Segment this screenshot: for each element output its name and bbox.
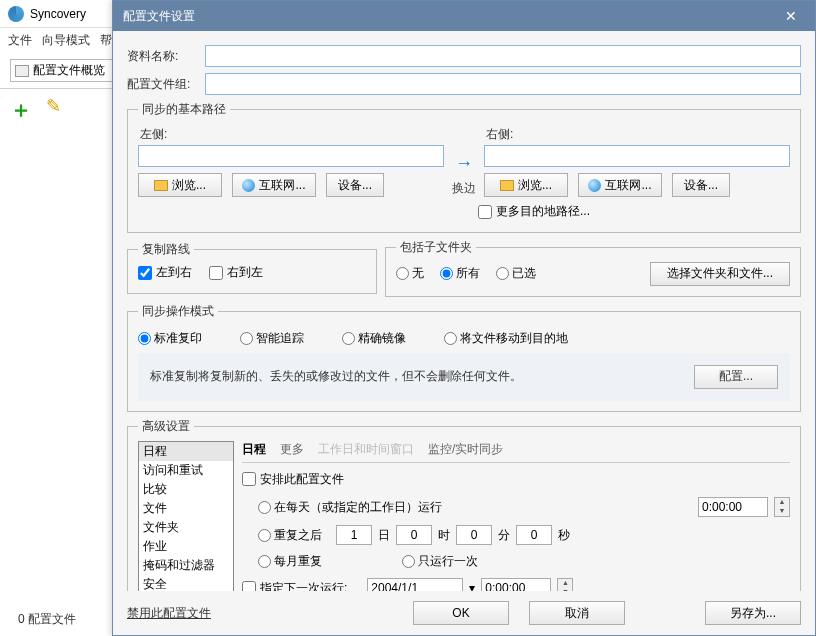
dialog-title: 配置文件设置	[123, 8, 195, 25]
schedule-profile-checkbox[interactable]: 安排此配置文件	[242, 471, 344, 488]
mode-smart-radio[interactable]: 智能追踪	[240, 330, 304, 347]
subfolders-all-radio[interactable]: 所有	[440, 265, 480, 282]
copy-direction-group: 复制路线 左到右 右到左	[127, 241, 377, 294]
right-browse-button[interactable]: 浏览...	[484, 173, 568, 197]
profile-name-input[interactable]	[205, 45, 801, 67]
profile-group-label: 配置文件组:	[127, 76, 197, 93]
right-internet-button[interactable]: 互联网...	[578, 173, 662, 197]
repeat-mins-input[interactable]	[456, 525, 492, 545]
tab-monitor[interactable]: 监控/实时同步	[428, 441, 503, 458]
subfolders-legend: 包括子文件夹	[396, 239, 476, 256]
time-spinner[interactable]: ▲▼	[557, 578, 573, 591]
app-title: Syncovery	[30, 7, 86, 21]
tab-more[interactable]: 更多	[280, 441, 304, 458]
globe-icon	[242, 179, 255, 192]
paths-group: 同步的基本路径 左侧: 浏览... 互联网... 设备... → 换边 右侧:	[127, 101, 801, 233]
list-item[interactable]: 文件	[139, 499, 233, 518]
menu-file[interactable]: 文件	[8, 32, 32, 49]
left-path-input[interactable]	[138, 145, 444, 167]
edit-profile-icon[interactable]: ✎	[46, 95, 61, 125]
mode-move-radio[interactable]: 将文件移动到目的地	[444, 330, 568, 347]
rtl-checkbox[interactable]: 右到左	[209, 264, 263, 281]
daily-time-input[interactable]	[698, 497, 768, 517]
repeat-hours-input[interactable]	[396, 525, 432, 545]
select-folders-button[interactable]: 选择文件夹和文件...	[650, 262, 790, 286]
list-item[interactable]: 日程	[139, 442, 233, 461]
subfolders-none-radio[interactable]: 无	[396, 265, 424, 282]
dialog-footer: 禁用此配置文件 OK 取消 另存为...	[113, 591, 815, 635]
subfolders-group: 包括子文件夹 无 所有 已选 选择文件夹和文件...	[385, 239, 801, 297]
next-run-time-input[interactable]	[481, 578, 551, 591]
menu-help[interactable]: 帮	[100, 32, 112, 49]
daily-radio[interactable]: 在每天（或指定的工作日）运行	[258, 499, 442, 516]
run-once-radio[interactable]: 只运行一次	[402, 553, 478, 570]
paths-legend: 同步的基本路径	[138, 101, 230, 118]
ltr-checkbox[interactable]: 左到右	[138, 264, 192, 281]
repeat-secs-input[interactable]	[516, 525, 552, 545]
mode-mirror-radio[interactable]: 精确镜像	[342, 330, 406, 347]
mode-description: 标准复制将复制新的、丢失的或修改过的文件，但不会删除任何文件。	[150, 368, 522, 385]
left-browse-button[interactable]: 浏览...	[138, 173, 222, 197]
tab-overview-label: 配置文件概览	[33, 62, 105, 79]
profile-settings-dialog: 配置文件设置 ✕ 资料名称: 配置文件组: 同步的基本路径 左侧: 浏览... …	[112, 0, 816, 636]
sync-mode-legend: 同步操作模式	[138, 303, 218, 320]
sync-mode-group: 同步操作模式 标准复印 智能追踪 精确镜像 将文件移动到目的地 标准复制将复制新…	[127, 303, 801, 412]
direction-arrow-icon[interactable]: →	[452, 153, 476, 178]
tab-profile-overview[interactable]: 配置文件概览	[10, 59, 114, 82]
add-profile-icon[interactable]: ＋	[10, 95, 32, 125]
list-item[interactable]: 掩码和过滤器	[139, 556, 233, 575]
dialog-titlebar: 配置文件设置 ✕	[113, 1, 815, 31]
left-device-button[interactable]: 设备...	[326, 173, 384, 197]
chevron-down-icon[interactable]: ▾	[469, 581, 475, 591]
save-as-button[interactable]: 另存为...	[705, 601, 801, 625]
monthly-radio[interactable]: 每月重复	[258, 553, 322, 570]
disable-profile-link[interactable]: 禁用此配置文件	[127, 605, 211, 622]
tab-schedule[interactable]: 日程	[242, 441, 266, 458]
advanced-legend: 高级设置	[138, 418, 194, 435]
more-destinations-checkbox[interactable]: 更多目的地路径...	[478, 203, 590, 220]
advanced-subtabs: 日程 更多 工作日和时间窗口 监控/实时同步	[242, 441, 790, 463]
profile-group-input[interactable]	[205, 73, 801, 95]
list-item[interactable]: 作业	[139, 537, 233, 556]
cancel-button[interactable]: 取消	[529, 601, 625, 625]
mode-config-button[interactable]: 配置...	[694, 365, 778, 389]
copy-legend: 复制路线	[138, 241, 194, 258]
next-run-checkbox[interactable]: 指定下一次运行:	[242, 580, 347, 592]
advanced-category-list[interactable]: 日程 访问和重试 比较 文件 文件夹 作业 掩码和过滤器 安全 特别的 版本控制…	[138, 441, 234, 592]
tab-workday[interactable]: 工作日和时间窗口	[318, 441, 414, 458]
subfolders-selected-radio[interactable]: 已选	[496, 265, 536, 282]
next-run-date-input[interactable]	[367, 578, 463, 591]
overview-icon	[15, 65, 29, 77]
globe-icon	[588, 179, 601, 192]
right-path-label: 右侧:	[486, 126, 790, 143]
list-item[interactable]: 安全	[139, 575, 233, 592]
time-spinner[interactable]: ▲▼	[774, 497, 790, 517]
repeat-days-input[interactable]	[336, 525, 372, 545]
menu-wizard[interactable]: 向导模式	[42, 32, 90, 49]
status-profile-count: 0 配置文件	[18, 611, 76, 628]
right-device-button[interactable]: 设备...	[672, 173, 730, 197]
left-path-label: 左侧:	[140, 126, 444, 143]
mode-standard-radio[interactable]: 标准复印	[138, 330, 202, 347]
list-item[interactable]: 比较	[139, 480, 233, 499]
app-logo-icon	[8, 6, 24, 22]
list-item[interactable]: 文件夹	[139, 518, 233, 537]
folder-icon	[500, 180, 514, 191]
close-icon[interactable]: ✕	[777, 8, 805, 24]
folder-icon	[154, 180, 168, 191]
list-item[interactable]: 访问和重试	[139, 461, 233, 480]
ok-button[interactable]: OK	[413, 601, 509, 625]
profile-name-label: 资料名称:	[127, 48, 197, 65]
repeat-after-radio[interactable]: 重复之后	[258, 527, 322, 544]
left-internet-button[interactable]: 互联网...	[232, 173, 316, 197]
switch-sides-label[interactable]: 换边	[452, 180, 476, 197]
right-path-input[interactable]	[484, 145, 790, 167]
advanced-group: 高级设置 日程 访问和重试 比较 文件 文件夹 作业 掩码和过滤器 安全 特别的…	[127, 418, 801, 592]
